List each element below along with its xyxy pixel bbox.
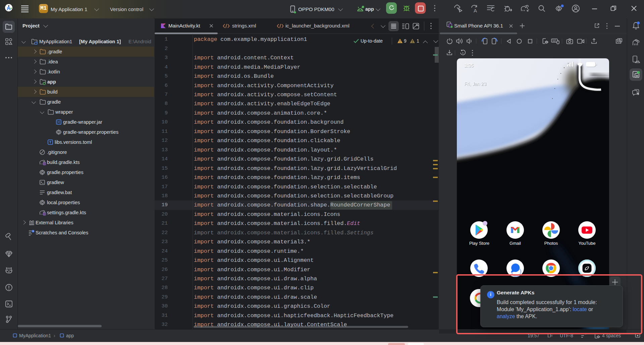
svg-text:1:35: 1:35 <box>464 63 474 68</box>
svg-text:A: A <box>474 8 477 13</box>
svg-text:Fri, Jan 23: Fri, Jan 23 <box>464 81 486 87</box>
